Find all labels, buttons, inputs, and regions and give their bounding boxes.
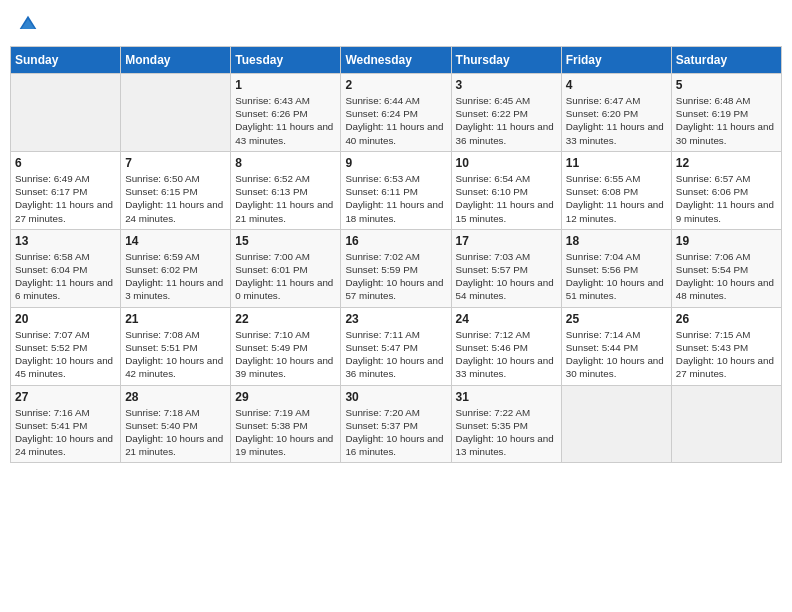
day-number: 22 <box>235 312 336 326</box>
day-cell: 28Sunrise: 7:18 AM Sunset: 5:40 PM Dayli… <box>121 385 231 463</box>
day-number: 20 <box>15 312 116 326</box>
day-number: 29 <box>235 390 336 404</box>
day-info: Sunrise: 6:57 AM Sunset: 6:06 PM Dayligh… <box>676 172 777 225</box>
day-cell: 4Sunrise: 6:47 AM Sunset: 6:20 PM Daylig… <box>561 74 671 152</box>
day-number: 31 <box>456 390 557 404</box>
day-cell: 16Sunrise: 7:02 AM Sunset: 5:59 PM Dayli… <box>341 229 451 307</box>
header-row: SundayMondayTuesdayWednesdayThursdayFrid… <box>11 47 782 74</box>
day-cell: 1Sunrise: 6:43 AM Sunset: 6:26 PM Daylig… <box>231 74 341 152</box>
day-cell: 6Sunrise: 6:49 AM Sunset: 6:17 PM Daylig… <box>11 151 121 229</box>
day-info: Sunrise: 7:10 AM Sunset: 5:49 PM Dayligh… <box>235 328 336 381</box>
day-number: 25 <box>566 312 667 326</box>
day-info: Sunrise: 6:59 AM Sunset: 6:02 PM Dayligh… <box>125 250 226 303</box>
day-number: 8 <box>235 156 336 170</box>
day-number: 4 <box>566 78 667 92</box>
day-cell <box>671 385 781 463</box>
day-number: 3 <box>456 78 557 92</box>
day-number: 18 <box>566 234 667 248</box>
day-info: Sunrise: 6:43 AM Sunset: 6:26 PM Dayligh… <box>235 94 336 147</box>
day-number: 1 <box>235 78 336 92</box>
day-cell: 11Sunrise: 6:55 AM Sunset: 6:08 PM Dayli… <box>561 151 671 229</box>
day-info: Sunrise: 7:15 AM Sunset: 5:43 PM Dayligh… <box>676 328 777 381</box>
week-row-1: 6Sunrise: 6:49 AM Sunset: 6:17 PM Daylig… <box>11 151 782 229</box>
day-cell: 26Sunrise: 7:15 AM Sunset: 5:43 PM Dayli… <box>671 307 781 385</box>
day-info: Sunrise: 7:20 AM Sunset: 5:37 PM Dayligh… <box>345 406 446 459</box>
header-sunday: Sunday <box>11 47 121 74</box>
day-info: Sunrise: 6:44 AM Sunset: 6:24 PM Dayligh… <box>345 94 446 147</box>
day-number: 15 <box>235 234 336 248</box>
day-cell: 9Sunrise: 6:53 AM Sunset: 6:11 PM Daylig… <box>341 151 451 229</box>
day-info: Sunrise: 7:11 AM Sunset: 5:47 PM Dayligh… <box>345 328 446 381</box>
week-row-0: 1Sunrise: 6:43 AM Sunset: 6:26 PM Daylig… <box>11 74 782 152</box>
day-cell: 10Sunrise: 6:54 AM Sunset: 6:10 PM Dayli… <box>451 151 561 229</box>
day-number: 6 <box>15 156 116 170</box>
day-cell: 5Sunrise: 6:48 AM Sunset: 6:19 PM Daylig… <box>671 74 781 152</box>
header-saturday: Saturday <box>671 47 781 74</box>
day-cell <box>561 385 671 463</box>
day-cell: 12Sunrise: 6:57 AM Sunset: 6:06 PM Dayli… <box>671 151 781 229</box>
week-row-2: 13Sunrise: 6:58 AM Sunset: 6:04 PM Dayli… <box>11 229 782 307</box>
day-number: 9 <box>345 156 446 170</box>
day-info: Sunrise: 7:03 AM Sunset: 5:57 PM Dayligh… <box>456 250 557 303</box>
day-cell: 25Sunrise: 7:14 AM Sunset: 5:44 PM Dayli… <box>561 307 671 385</box>
day-cell: 30Sunrise: 7:20 AM Sunset: 5:37 PM Dayli… <box>341 385 451 463</box>
day-cell: 27Sunrise: 7:16 AM Sunset: 5:41 PM Dayli… <box>11 385 121 463</box>
day-cell: 8Sunrise: 6:52 AM Sunset: 6:13 PM Daylig… <box>231 151 341 229</box>
day-cell: 22Sunrise: 7:10 AM Sunset: 5:49 PM Dayli… <box>231 307 341 385</box>
day-info: Sunrise: 7:16 AM Sunset: 5:41 PM Dayligh… <box>15 406 116 459</box>
day-number: 26 <box>676 312 777 326</box>
day-cell: 18Sunrise: 7:04 AM Sunset: 5:56 PM Dayli… <box>561 229 671 307</box>
day-cell: 13Sunrise: 6:58 AM Sunset: 6:04 PM Dayli… <box>11 229 121 307</box>
day-cell: 23Sunrise: 7:11 AM Sunset: 5:47 PM Dayli… <box>341 307 451 385</box>
day-info: Sunrise: 6:52 AM Sunset: 6:13 PM Dayligh… <box>235 172 336 225</box>
day-info: Sunrise: 6:50 AM Sunset: 6:15 PM Dayligh… <box>125 172 226 225</box>
header-thursday: Thursday <box>451 47 561 74</box>
day-cell: 19Sunrise: 7:06 AM Sunset: 5:54 PM Dayli… <box>671 229 781 307</box>
day-cell: 15Sunrise: 7:00 AM Sunset: 6:01 PM Dayli… <box>231 229 341 307</box>
calendar-header: SundayMondayTuesdayWednesdayThursdayFrid… <box>11 47 782 74</box>
calendar-body: 1Sunrise: 6:43 AM Sunset: 6:26 PM Daylig… <box>11 74 782 463</box>
day-info: Sunrise: 7:12 AM Sunset: 5:46 PM Dayligh… <box>456 328 557 381</box>
day-cell: 2Sunrise: 6:44 AM Sunset: 6:24 PM Daylig… <box>341 74 451 152</box>
week-row-3: 20Sunrise: 7:07 AM Sunset: 5:52 PM Dayli… <box>11 307 782 385</box>
logo <box>18 14 42 34</box>
day-cell: 21Sunrise: 7:08 AM Sunset: 5:51 PM Dayli… <box>121 307 231 385</box>
day-number: 23 <box>345 312 446 326</box>
day-number: 28 <box>125 390 226 404</box>
day-cell: 31Sunrise: 7:22 AM Sunset: 5:35 PM Dayli… <box>451 385 561 463</box>
day-info: Sunrise: 6:48 AM Sunset: 6:19 PM Dayligh… <box>676 94 777 147</box>
day-info: Sunrise: 7:14 AM Sunset: 5:44 PM Dayligh… <box>566 328 667 381</box>
day-number: 16 <box>345 234 446 248</box>
day-info: Sunrise: 6:58 AM Sunset: 6:04 PM Dayligh… <box>15 250 116 303</box>
day-info: Sunrise: 7:06 AM Sunset: 5:54 PM Dayligh… <box>676 250 777 303</box>
logo-icon <box>18 14 38 34</box>
day-cell: 20Sunrise: 7:07 AM Sunset: 5:52 PM Dayli… <box>11 307 121 385</box>
header-tuesday: Tuesday <box>231 47 341 74</box>
day-number: 5 <box>676 78 777 92</box>
day-number: 13 <box>15 234 116 248</box>
day-number: 30 <box>345 390 446 404</box>
day-number: 7 <box>125 156 226 170</box>
day-info: Sunrise: 7:22 AM Sunset: 5:35 PM Dayligh… <box>456 406 557 459</box>
day-cell: 24Sunrise: 7:12 AM Sunset: 5:46 PM Dayli… <box>451 307 561 385</box>
day-number: 2 <box>345 78 446 92</box>
day-info: Sunrise: 7:18 AM Sunset: 5:40 PM Dayligh… <box>125 406 226 459</box>
day-info: Sunrise: 7:07 AM Sunset: 5:52 PM Dayligh… <box>15 328 116 381</box>
day-cell <box>121 74 231 152</box>
day-info: Sunrise: 7:00 AM Sunset: 6:01 PM Dayligh… <box>235 250 336 303</box>
day-cell: 7Sunrise: 6:50 AM Sunset: 6:15 PM Daylig… <box>121 151 231 229</box>
day-cell <box>11 74 121 152</box>
day-number: 19 <box>676 234 777 248</box>
header-monday: Monday <box>121 47 231 74</box>
header-wednesday: Wednesday <box>341 47 451 74</box>
page-header <box>10 10 782 38</box>
day-info: Sunrise: 6:45 AM Sunset: 6:22 PM Dayligh… <box>456 94 557 147</box>
day-info: Sunrise: 6:47 AM Sunset: 6:20 PM Dayligh… <box>566 94 667 147</box>
day-number: 11 <box>566 156 667 170</box>
day-number: 27 <box>15 390 116 404</box>
day-info: Sunrise: 7:19 AM Sunset: 5:38 PM Dayligh… <box>235 406 336 459</box>
calendar-table: SundayMondayTuesdayWednesdayThursdayFrid… <box>10 46 782 463</box>
day-info: Sunrise: 6:54 AM Sunset: 6:10 PM Dayligh… <box>456 172 557 225</box>
day-number: 21 <box>125 312 226 326</box>
day-number: 14 <box>125 234 226 248</box>
